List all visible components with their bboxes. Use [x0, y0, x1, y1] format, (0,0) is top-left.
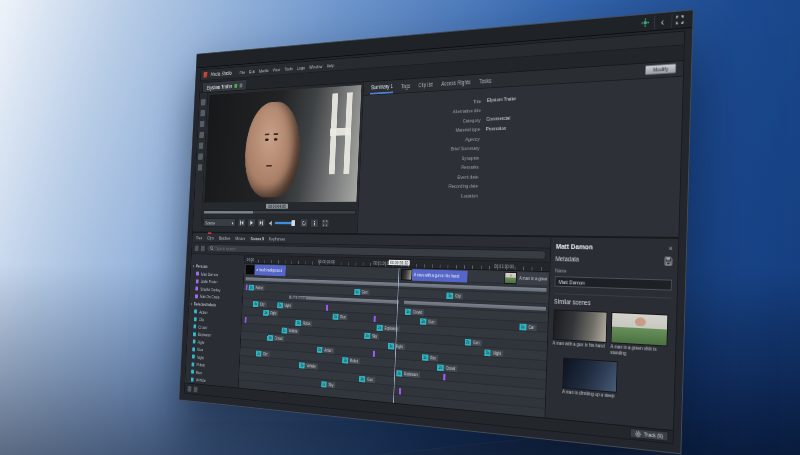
timeline-range-bar[interactable] — [404, 300, 547, 312]
sort-icon[interactable] — [201, 245, 205, 251]
volume-control[interactable] — [269, 220, 298, 227]
timeline-tag-clip[interactable]: 2sCrowd — [267, 334, 284, 341]
timeline-marker[interactable] — [245, 284, 247, 290]
menu-window[interactable]: Window — [309, 63, 322, 69]
list-view-icon[interactable] — [193, 386, 197, 392]
menu-view[interactable]: View — [273, 67, 281, 72]
tab-access-rights[interactable]: Access Rights — [440, 76, 471, 89]
cast-icon[interactable] — [637, 15, 653, 30]
field-value-remarks[interactable] — [484, 159, 668, 170]
timeline-tag-clip[interactable]: 2sGun — [464, 338, 481, 346]
timeline-tag-clip[interactable]: 4sCity — [253, 301, 267, 307]
loop-button[interactable] — [300, 219, 308, 228]
timeline-tab-batches[interactable]: Batches — [219, 235, 230, 240]
similar-scene-item[interactable]: A man is climbing up a steep — [562, 357, 618, 399]
field-label-remarks: Remarks — [360, 164, 479, 172]
field-value-synopsis[interactable] — [485, 149, 669, 160]
tag-icon[interactable] — [199, 143, 204, 149]
menu-help[interactable]: Help — [327, 62, 335, 68]
timeline-tag-clip[interactable]: 2sCrowd — [437, 364, 457, 372]
timeline-range-bar[interactable] — [245, 276, 548, 292]
timeline-tag-clip[interactable]: 2sFight — [263, 309, 278, 316]
timeline-scene-clip[interactable]: a black background — [245, 264, 286, 276]
settings-icon[interactable] — [198, 164, 203, 170]
timeline-tag-clip[interactable]: 1sCity — [256, 350, 270, 357]
metadata-form: TitleElysium TrailerAlternative titleCat… — [359, 77, 683, 200]
timeline-range-bar[interactable]: Matt Damon — [288, 295, 399, 305]
similar-scene-item[interactable]: A man in a green shirt is standing — [610, 312, 668, 359]
menu-media[interactable]: Media — [259, 68, 269, 74]
modify-button[interactable]: Modify — [645, 63, 676, 75]
timeline-marker[interactable] — [399, 388, 401, 394]
timeline-marker[interactable] — [443, 373, 445, 380]
timeline-tag-clip[interactable]: 3sNight — [484, 349, 503, 357]
import-icon[interactable] — [200, 110, 205, 116]
timeline-tag-clip[interactable]: 1sExplosion — [396, 370, 420, 378]
cut-icon[interactable] — [199, 132, 204, 138]
name-field-label: Name — [555, 268, 672, 277]
track-color-swatch — [193, 340, 196, 344]
menu-logs[interactable]: Logs — [297, 65, 305, 70]
timeline-tab-keyframes[interactable]: Keyframes — [269, 236, 285, 241]
chevron-left-icon[interactable]: ‹ — [654, 14, 670, 29]
fullscreen-button[interactable] — [321, 219, 330, 228]
tab-tags[interactable]: Tags — [400, 80, 411, 92]
track-count-button[interactable]: Track (9) — [630, 428, 668, 442]
volume-slider[interactable] — [275, 222, 298, 225]
timeline-tab-scenes-9[interactable]: Scenes 9 — [250, 236, 264, 241]
menu-tools[interactable]: Tools — [284, 66, 293, 71]
timeline-tag-clip[interactable]: 1sVehicle — [281, 327, 299, 334]
timeline-tag-clip[interactable]: 1sGun — [354, 288, 370, 295]
play-button[interactable] — [247, 219, 255, 228]
timeline-tag-clip[interactable]: 2sSky — [364, 332, 379, 339]
timeline-tab-movies[interactable]: Movies — [235, 236, 245, 241]
field-value-event-date[interactable] — [484, 170, 668, 180]
person-name-input[interactable] — [555, 276, 672, 291]
ruler-tick — [464, 265, 465, 269]
expand-icon[interactable] — [671, 12, 687, 27]
timeline-tab-files[interactable]: Files — [196, 235, 203, 240]
tab-tasks[interactable]: Tasks — [478, 75, 492, 88]
timeline-tag-clip[interactable]: 2sGun — [359, 375, 375, 382]
project-icon[interactable] — [201, 99, 206, 105]
timeline-tag-clip[interactable]: 2sGun — [420, 318, 437, 325]
timeline-marker[interactable] — [245, 317, 247, 323]
timeline-tag-clip[interactable]: 3sCity — [447, 292, 463, 299]
video-frame[interactable] — [204, 85, 361, 202]
timeline-scene-clip[interactable]: A man in a green shirt — [504, 271, 548, 285]
timeline-tag-clip[interactable]: 2sAction — [249, 284, 265, 290]
source-dropdown[interactable]: Source ▾ — [203, 218, 236, 227]
grid-view-icon[interactable] — [187, 386, 191, 392]
timeline-tag-clip[interactable]: 1sCar — [519, 323, 536, 331]
timeline-tag-clip[interactable]: 1sCrowd — [405, 308, 424, 315]
timeline-tag-clip[interactable]: 3sVehicle — [299, 362, 318, 369]
close-icon[interactable]: × — [669, 244, 673, 253]
field-value-location[interactable] — [483, 190, 667, 198]
timeline-tag-clip[interactable]: 1sSky — [321, 381, 335, 388]
player-progress-bar[interactable] — [204, 210, 356, 214]
filter-icon[interactable] — [195, 245, 199, 251]
layers-icon[interactable] — [198, 153, 203, 159]
timeline-tag-clip[interactable]: 2sAction — [317, 346, 335, 353]
timeline-tag-clip[interactable]: 3sRobot — [296, 320, 313, 327]
timeline-tag-clip[interactable]: 2sNight — [277, 302, 293, 309]
timeline-marker[interactable] — [373, 350, 375, 356]
timeline-tag-clip[interactable]: 1sRun — [422, 354, 439, 361]
timeline-tab-clips[interactable]: Clips — [207, 235, 214, 240]
tab-clip-list[interactable]: Clip list — [418, 79, 434, 91]
field-value-recording-date[interactable] — [484, 180, 668, 189]
timeline-marker[interactable] — [326, 304, 328, 310]
timeline-scene-clip[interactable]: A man with a gun in his hand — [401, 268, 468, 282]
similar-scene-item[interactable]: A man with a gun in his hand — [552, 309, 607, 355]
timeline-tag-clip[interactable]: 2sRobot — [342, 357, 360, 364]
step-back-button[interactable] — [238, 219, 246, 228]
info-button[interactable] — [310, 219, 318, 228]
timeline-tag-clip[interactable]: 5sRun — [333, 313, 348, 320]
menu-edit[interactable]: Edit — [249, 69, 255, 74]
tab-summary-1[interactable]: Summary 1 — [370, 80, 394, 94]
save-icon[interactable] — [664, 257, 672, 266]
export-icon[interactable] — [200, 121, 205, 127]
menu-file[interactable]: File — [240, 69, 246, 74]
timeline-marker[interactable] — [374, 315, 376, 321]
step-forward-button[interactable] — [257, 219, 265, 228]
